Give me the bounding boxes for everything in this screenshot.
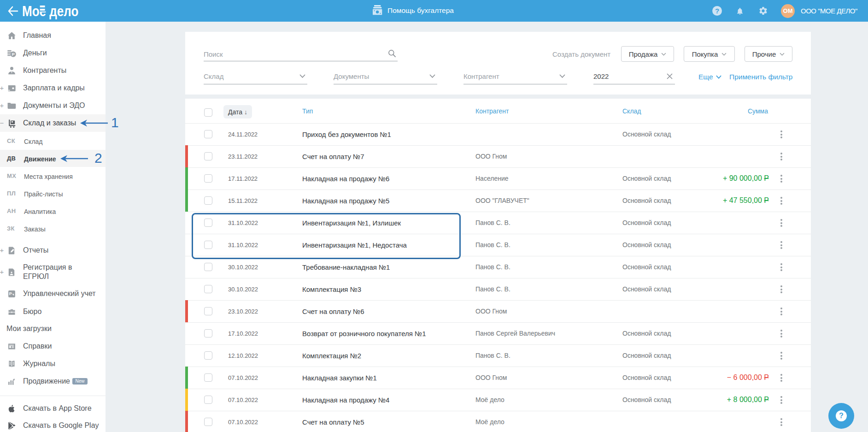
svg-text:Р: Р <box>9 291 12 296</box>
svg-text:Р: Р <box>12 52 15 57</box>
